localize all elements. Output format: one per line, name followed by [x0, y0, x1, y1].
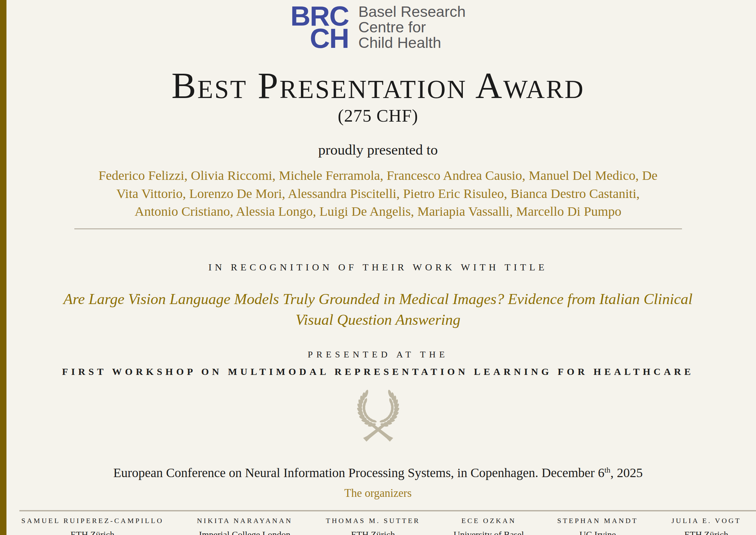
- organizer: JULIA E. VOGT ETH Zürich: [671, 517, 741, 535]
- organizers-row: SAMUEL RUIPEREZ-CAMPILLO ETH Zürich NIKI…: [0, 511, 756, 535]
- brcch-logo-name: Basel Research Centre for Child Health: [359, 4, 466, 50]
- organizer-affiliation: UC Irvine: [557, 529, 638, 535]
- laurel-wreath-icon: [350, 382, 406, 442]
- work-title-line-1: Are Large Vision Language Models Truly G…: [0, 289, 756, 309]
- presented-at-line: PRESENTED AT THE: [0, 349, 756, 360]
- work-title-line-2: Visual Question Answering: [0, 310, 756, 330]
- organizer: SAMUEL RUIPEREZ-CAMPILLO ETH Zürich: [21, 517, 164, 535]
- brcch-logo: BRC CH Basel Research Centre for Child H…: [0, 0, 756, 50]
- workshop-name: FIRST WORKSHOP ON MULTIMODAL REPRESENTAT…: [0, 366, 756, 377]
- logo-name-line2: Centre for: [359, 19, 466, 35]
- recipients-line-1: Federico Felizzi, Olivia Riccomi, Michel…: [0, 167, 756, 185]
- recipients-list: Federico Felizzi, Olivia Riccomi, Michel…: [0, 167, 756, 221]
- organizer-name: NIKITA NARAYANAN: [197, 517, 292, 525]
- organizer: ECE OZKAN University of Basel: [453, 517, 524, 535]
- brcch-logo-abbr: BRC CH: [290, 5, 348, 49]
- recipients-divider: [74, 228, 682, 229]
- organizer-affiliation: Imperial College London: [197, 529, 292, 535]
- organizer-affiliation: ETH Zürich: [671, 529, 741, 535]
- certificate-page: BRC CH Basel Research Centre for Child H…: [0, 0, 756, 535]
- organizer-name: STEPHAN MANDT: [557, 517, 638, 525]
- organizer-name: JULIA E. VOGT: [671, 517, 741, 525]
- recipients-line-3: Antonio Cristiano, Alessia Longo, Luigi …: [0, 203, 756, 221]
- left-accent-bar: [0, 0, 7, 535]
- organizer: STEPHAN MANDT UC Irvine: [557, 517, 638, 535]
- organizer: NIKITA NARAYANAN Imperial College London: [197, 517, 292, 535]
- conference-line: European Conference on Neural Informatio…: [0, 465, 756, 480]
- work-title: Are Large Vision Language Models Truly G…: [0, 289, 756, 330]
- organizer-affiliation: ETH Zürich: [326, 529, 420, 535]
- logo-name-line3: Child Health: [359, 35, 466, 50]
- prize-amount: (275 CHF): [0, 105, 756, 126]
- organizer-name: THOMAS M. SUTTER: [326, 517, 420, 525]
- award-title: Best Presentation Award: [0, 67, 756, 104]
- organizer: THOMAS M. SUTTER ETH Zürich: [326, 517, 420, 535]
- recognition-line: IN RECOGNITION OF THEIR WORK WITH TITLE: [0, 262, 756, 273]
- conference-superscript: th: [605, 466, 610, 474]
- logo-name-line1: Basel Research: [359, 4, 466, 19]
- organizer-affiliation: University of Basel: [453, 529, 524, 535]
- organizer-affiliation: ETH Zürich: [21, 529, 164, 535]
- conference-text: European Conference on Neural Informatio…: [113, 465, 605, 480]
- organizer-name: SAMUEL RUIPEREZ-CAMPILLO: [21, 517, 164, 525]
- organizers-label: The organizers: [0, 487, 756, 500]
- presented-to-line: proudly presented to: [0, 141, 756, 158]
- conference-year: , 2025: [610, 465, 643, 480]
- recipients-line-2: Vita Vittorio, Lorenzo De Mori, Alessand…: [0, 185, 756, 203]
- organizer-name: ECE OZKAN: [453, 517, 524, 525]
